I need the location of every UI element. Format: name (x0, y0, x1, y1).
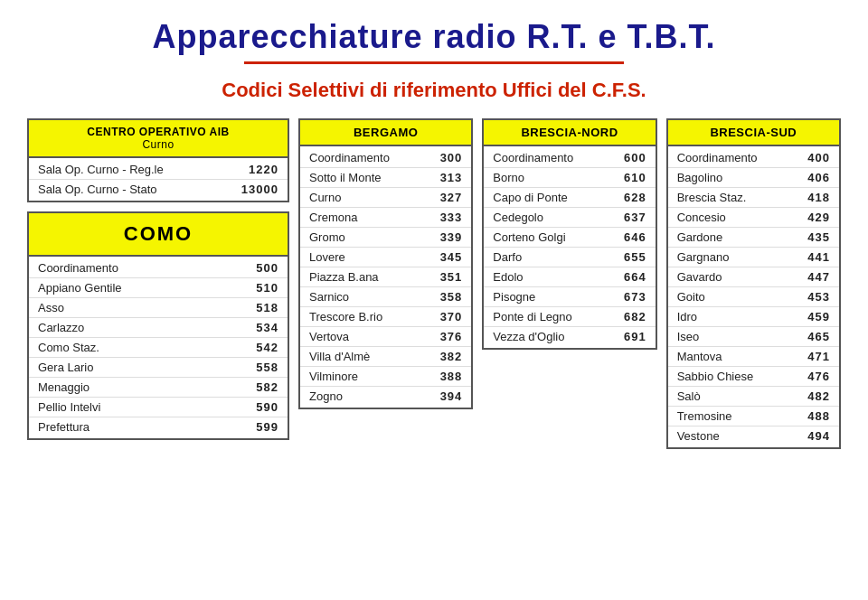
list-item: Como Staz.542 (29, 338, 288, 358)
item-code: 500 (256, 261, 278, 275)
main-grid: CENTRO OPERATIVO AIB Curno Sala Op. Curn… (27, 118, 841, 449)
item-code: 418 (807, 191, 830, 204)
item-code: 388 (440, 370, 463, 383)
centro-header: CENTRO OPERATIVO AIB Curno (29, 120, 288, 158)
item-code: 599 (256, 420, 278, 434)
item-code: 628 (624, 191, 646, 204)
item-label: Coordinamento (677, 151, 758, 164)
item-code: 300 (440, 151, 463, 164)
item-label: Como Staz. (38, 341, 99, 354)
item-code: 1220 (249, 163, 278, 176)
list-item: Pisogne673 (484, 287, 655, 307)
item-label: Curno (309, 191, 341, 204)
left-column: CENTRO OPERATIVO AIB Curno Sala Op. Curn… (27, 118, 289, 440)
item-code: 691 (624, 330, 646, 343)
item-label: Gera Lario (38, 361, 93, 374)
list-item: Sarnico358 (300, 287, 471, 307)
list-item: Vezza d'Oglio691 (484, 327, 655, 346)
list-item: Prefettura599 (29, 417, 288, 436)
list-item: Zogno394 (300, 387, 471, 406)
item-code: 518 (256, 301, 278, 314)
item-label: Salò (677, 389, 701, 403)
item-code: 339 (440, 230, 463, 244)
item-label: Sala Op. Curno - Reg.le (38, 163, 164, 176)
item-label: Piazza B.ana (309, 270, 379, 284)
item-label: Idro (677, 310, 697, 323)
list-item: Idro459 (668, 307, 839, 327)
list-item: Sala Op. Curno - Reg.le1220 (29, 160, 288, 180)
item-code: 358 (440, 290, 463, 304)
list-item: Salò482 (668, 387, 839, 407)
list-item: Gargnano441 (668, 248, 839, 267)
list-item: Trescore B.rio370 (300, 307, 471, 327)
item-code: 510 (256, 281, 278, 295)
list-item: Ponte di Legno682 (484, 307, 655, 327)
item-code: 400 (807, 151, 830, 164)
bergamo-header: BERGAMO (300, 120, 471, 146)
item-code: 558 (256, 361, 278, 374)
item-label: Capo di Ponte (493, 191, 567, 204)
list-item: Villa d'Almè382 (300, 347, 471, 367)
item-label: Edolo (493, 270, 523, 284)
list-item: Corteno Golgi646 (484, 228, 655, 248)
item-code: 327 (440, 191, 463, 204)
item-label: Gargnano (677, 250, 730, 264)
item-label: Vestone (677, 429, 720, 443)
item-code: 682 (624, 310, 646, 323)
item-code: 600 (624, 151, 646, 164)
item-label: Prefettura (38, 420, 90, 434)
item-label: Villa d'Almè (309, 350, 370, 363)
list-item: Coordinamento600 (484, 148, 655, 168)
item-label: Trescore B.rio (309, 310, 382, 323)
item-code: 590 (256, 400, 278, 414)
item-code: 465 (807, 330, 830, 343)
item-label: Gromo (309, 230, 345, 244)
centro-title-line1: CENTRO OPERATIVO AIB (33, 126, 284, 138)
item-label: Sarnico (309, 290, 349, 304)
item-label: Tremosine (677, 409, 732, 423)
item-code: 435 (807, 230, 830, 244)
item-code: 459 (807, 310, 830, 323)
list-item: Piazza B.ana351 (300, 267, 471, 287)
list-item: Curno327 (300, 188, 471, 208)
list-item: Sotto il Monte313 (300, 168, 471, 188)
list-item: Bagolino406 (668, 168, 839, 188)
item-label: Borno (493, 171, 524, 184)
list-item: Sabbio Chiese476 (668, 367, 839, 387)
item-code: 494 (807, 429, 830, 443)
item-code: 345 (440, 250, 463, 264)
item-label: Lovere (309, 250, 345, 264)
item-label: Iseo (677, 330, 700, 343)
page-title: Apparecchiature radio R.T. e T.B.T. (27, 18, 841, 56)
item-code: 382 (440, 350, 463, 363)
page-subtitle: Codici Selettivi di riferimento Uffici d… (27, 79, 841, 102)
list-item: Coordinamento500 (29, 258, 288, 278)
bergamo-body: Coordinamento300Sotto il Monte313Curno32… (300, 146, 471, 408)
list-item: Concesio429 (668, 208, 839, 228)
como-box: COMO Coordinamento500Appiano Gentile510A… (27, 211, 289, 440)
brescia-nord-column: BRESCIA-NORD Coordinamento600Borno610Cap… (482, 118, 656, 350)
item-code: 637 (624, 211, 646, 224)
item-label: Pisogne (493, 290, 535, 304)
item-code: 655 (624, 250, 646, 264)
item-label: Menaggio (38, 380, 90, 394)
item-code: 394 (440, 389, 463, 403)
list-item: Capo di Ponte628 (484, 188, 655, 208)
item-label: Coordinamento (493, 151, 573, 164)
item-label: Ponte di Legno (493, 310, 571, 323)
item-label: Zogno (309, 389, 343, 403)
bergamo-column: BERGAMO Coordinamento300Sotto il Monte31… (298, 118, 473, 409)
list-item: Carlazzo534 (29, 318, 288, 338)
centro-title-line2: Curno (33, 138, 284, 151)
list-item: Vertova376 (300, 327, 471, 347)
item-label: Appiano Gentile (38, 281, 122, 295)
centro-body: Sala Op. Curno - Reg.le1220Sala Op. Curn… (29, 158, 288, 201)
list-item: Goito453 (668, 287, 839, 307)
list-item: Cremona333 (300, 208, 471, 228)
list-item: Gardone435 (668, 228, 839, 248)
item-label: Bagolino (677, 171, 723, 184)
centro-box: CENTRO OPERATIVO AIB Curno Sala Op. Curn… (27, 118, 289, 202)
page-header: Apparecchiature radio R.T. e T.B.T. Codi… (27, 18, 841, 102)
como-header: COMO (29, 213, 288, 257)
item-code: 13000 (241, 183, 278, 196)
